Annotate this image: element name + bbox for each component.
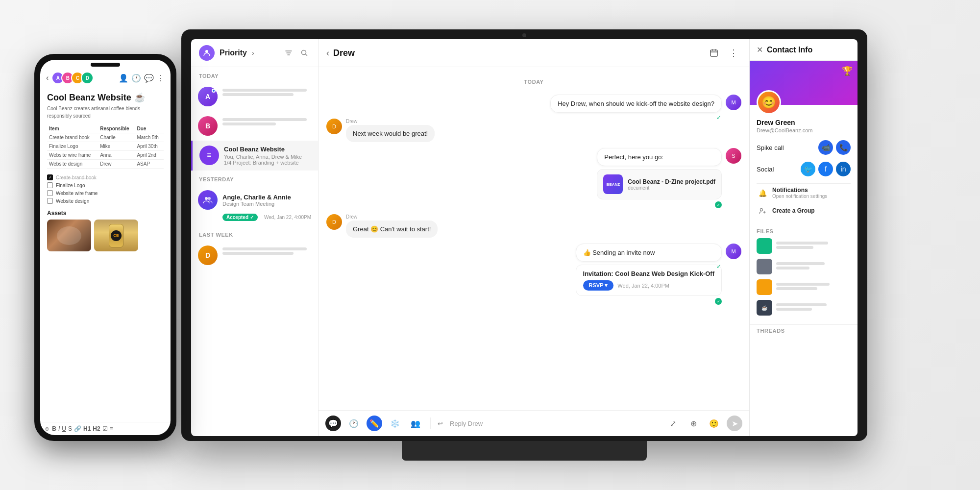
conv-avatar: A [198,87,218,106]
toolbar-emoji-icon[interactable]: ☺ [44,425,50,432]
conversation-item[interactable]: A [191,82,318,111]
filter-icon[interactable] [283,47,294,59]
message-content: 👍 Sending an invite now ✓ Invitation: Co… [576,244,722,305]
close-contact-button[interactable]: ✕ [757,45,763,54]
table-header-responsible: Responsible [98,124,135,133]
message-bubble: Next week would be great! [346,125,435,142]
more-options-icon[interactable]: ⋮ [726,45,741,61]
file-lines [776,283,851,292]
notifications-label: Notifications [772,187,851,194]
message-status: ✓ [716,114,721,121]
expand-icon[interactable]: ⤢ [665,416,681,431]
meeting-sub: Design Team Meeting [222,201,291,207]
facebook-button[interactable]: f [818,162,833,176]
conversation-item[interactable]: D [191,241,318,270]
phone-more-icon[interactable]: ⋮ [157,74,165,83]
conversation-item[interactable]: B [191,111,318,141]
chat-input-row: 💬 🕐 ✏️ ❄️ 👥 ↩ Reply Drew ⤢ ⊕ 🙂 ➤ [318,410,749,436]
section-yesterday: YESTERDAY [191,171,318,185]
file-card: BEANZ Cool Beanz - D-Zine project.pdf do… [597,169,722,199]
apps-button[interactable]: ❄️ [387,416,403,431]
rsvp-button[interactable]: RSVP ▾ [583,280,614,291]
toolbar-bold-button[interactable]: B [52,425,56,432]
people-button[interactable]: 👥 [408,416,423,431]
phone-device: ‹ A B C D 👤 🕐 💬 ⋮ Cool Beanz Website [34,54,176,441]
calendar-icon[interactable] [706,45,722,61]
table-header-item: Item [47,124,98,133]
edit-button[interactable]: ✏️ [367,416,382,431]
search-icon[interactable] [298,47,310,59]
phone-header-icons: 👤 🕐 💬 ⋮ [119,74,165,83]
status-container: ✓ [597,201,722,208]
phone-clock-icon[interactable]: 🕐 [131,74,141,83]
conv-line [222,247,307,250]
twitter-button[interactable]: 🐦 [801,162,815,176]
phone-people-icon[interactable]: 👤 [119,74,128,83]
invite-title: Invitation: Cool Beanz Web Design Kick-O… [583,270,714,277]
meeting-info: Angle, Charlie & Annie Design Team Meeti… [222,194,291,207]
toolbar-h2-button[interactable]: H2 [93,425,100,432]
bell-icon: 🔔 [757,187,768,199]
toolbar-checkbox-icon[interactable]: ☑ [102,425,108,432]
clock-button[interactable]: 🕐 [346,416,362,431]
group-icon [757,205,768,217]
checklist-item[interactable]: ✓ Create brand book [47,174,164,180]
conv-list-header: Priority › [191,39,318,67]
send-button[interactable]: ➤ [727,416,742,431]
toolbar-list-icon[interactable]: ≡ [110,425,113,432]
phone-avatars: A B C D [51,72,94,84]
phone-chat-icon[interactable]: 💬 [144,74,154,83]
file-line [776,303,827,306]
notifications-sub: Open notification settings [772,194,851,199]
svg-point-2 [205,197,208,200]
table-cell: Create brand book [47,133,98,142]
toolbar-underline-button[interactable]: U [62,425,66,432]
file-line [776,267,809,270]
checklist-item[interactable]: Website wire frame [47,190,164,196]
emoji-icon[interactable]: 🙂 [706,416,722,431]
meeting-item[interactable]: Angle, Charlie & Annie Design Team Meeti… [191,185,318,226]
toolbar-italic-button[interactable]: I [58,425,60,432]
message-type-button[interactable]: 💬 [325,416,341,431]
message-bubble: Hey Drew, when should we kick-off the we… [550,95,722,113]
checklist-item[interactable]: Finalize Logo [47,182,164,188]
conv-tools [283,47,310,59]
checkbox-unchecked[interactable] [47,198,53,204]
table-cell: April 30th [135,142,164,151]
video-call-button[interactable]: 📹 [818,140,833,155]
asset-can: CB [94,220,138,251]
chat-panel: ‹ Drew ⋮ [318,39,750,436]
conversation-item-coolbeanz[interactable]: ≡ Cool Beanz Website You, Charlie, Anna,… [191,141,318,171]
toolbar-link-icon[interactable]: 🔗 [74,425,81,432]
phone-call-button[interactable]: 📞 [836,140,851,155]
file-type: document [628,185,715,191]
checkbox-checked[interactable]: ✓ [47,174,53,180]
file-line [776,246,813,249]
receiver-avatar: D [326,119,342,134]
conv-info [222,116,311,127]
create-group-label[interactable]: Create a Group [772,207,815,214]
notifications-row: 🔔 Notifications Open notification settin… [757,183,851,202]
toolbar-strikethrough-button[interactable]: S [68,425,72,432]
trophy-icon: 🏆 [842,66,853,76]
add-icon[interactable]: ⊕ [686,416,701,431]
table-cell: Charlie [98,133,135,142]
phone-doc-description: Cool Beanz creates artisanal coffee blen… [47,105,164,120]
message-delivered-icon: ✓ [715,201,722,208]
message-bubble: 👍 Sending an invite now ✓ [576,244,722,262]
phone-back-button[interactable]: ‹ [46,74,49,82]
message-sent: M 👍 Sending an invite now ✓ Invitation: … [576,244,741,305]
checkbox-unchecked[interactable] [47,182,53,188]
linkedin-button[interactable]: in [836,162,851,176]
table-row: Finalize Logo Mike April 30th [47,142,164,151]
spike-call-row: Spike call 📹 📞 [757,140,851,155]
checklist-item[interactable]: Website design [47,198,164,204]
file-lines [776,303,851,312]
chat-back-button[interactable]: ‹ [326,48,329,58]
file-name: Cool Beanz - D-Zine project.pdf [628,178,715,185]
phone-header: ‹ A B C D 👤 🕐 💬 ⋮ [40,69,171,87]
toolbar-h1-button[interactable]: H1 [83,425,91,432]
conv-line [222,252,294,255]
chat-input[interactable]: Reply Drew [450,417,660,430]
checkbox-unchecked[interactable] [47,190,53,196]
